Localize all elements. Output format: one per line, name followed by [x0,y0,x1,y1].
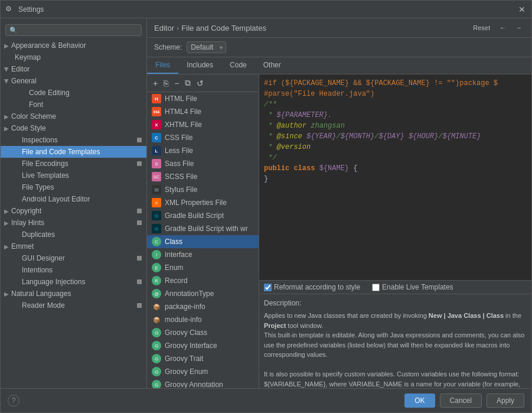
reformat-checkbox[interactable] [264,284,272,291]
sidebar-item-copyright[interactable]: ▶ Copyright [1,205,146,217]
template-icon: G [152,380,161,388]
footer: ? OK Cancel Apply [1,388,531,412]
list-item[interactable]: GGroovy Class [147,326,259,339]
copy-template-button[interactable]: ⎘ [161,77,171,89]
template-list-content: HHTML FileH4HTML4 FileXXHTML FileCCSS Fi… [147,92,259,388]
sidebar-item-general[interactable]: ▶ General [1,75,146,87]
sidebar-item-intentions[interactable]: Intentions [1,264,146,276]
back-button[interactable]: ← [497,23,508,32]
sidebar-item-file-types[interactable]: File Types [1,181,146,193]
list-item[interactable]: H4HTML4 File [147,105,259,118]
list-item[interactable]: HHTML File [147,92,259,105]
live-templates-checkbox[interactable] [372,284,380,291]
template-icon: L [152,146,161,155]
forward-button[interactable]: → [513,23,524,32]
list-item[interactable]: GGroovy Annotation [147,378,259,388]
sidebar-item-font[interactable]: Font [1,99,146,110]
badge-icon [137,209,142,213]
list-item[interactable]: StStylus File [147,183,259,196]
list-item[interactable]: GGroovy Interface [147,339,259,352]
sidebar-item-file-encodings[interactable]: File Encodings [1,158,146,170]
sidebar-item-android-layout[interactable]: Android Layout Editor [1,193,146,205]
list-item[interactable]: SCSCSS File [147,170,259,183]
tab-includes[interactable]: Includes [178,57,221,74]
template-icon: H [152,94,161,103]
list-item[interactable]: CClass [147,235,259,248]
badge-icon [137,256,142,261]
sidebar-item-code-style[interactable]: ▶ Code Style [1,122,146,134]
list-item[interactable]: 📦module-info [147,313,259,326]
list-item[interactable]: CCSS File [147,131,259,144]
list-item[interactable]: LLess File [147,144,259,157]
arrow-icon: ▶ [4,125,9,132]
sidebar-item-emmet[interactable]: ▶ Emmet [1,240,146,252]
scheme-select[interactable]: Default [187,41,226,53]
title-bar: ⚙ Settings ✕ [1,1,531,18]
code-line: * ${PARAMETER}. [264,110,527,121]
sidebar-item-editor[interactable]: ▶ Editor [1,63,146,75]
reset-button[interactable]: Reset [471,23,492,32]
code-editor[interactable]: #if (${PACKAGE_NAME} && ${PACKAGE_NAME} … [259,74,531,280]
template-icon: G [152,224,161,233]
sidebar-item-label: Editor [11,65,142,73]
breadcrumb-parent: Editor [154,24,174,32]
sidebar-item-inspections[interactable]: Inspections [1,134,146,146]
list-item[interactable]: SSass File [147,157,259,170]
list-item[interactable]: RRecord [147,274,259,287]
list-item[interactable]: XXML Properties File [147,196,259,209]
sidebar-item-appearance[interactable]: ▶ Appearance & Behavior [1,40,146,51]
sidebar-item-label: Color Scheme [11,112,142,121]
sidebar-item-label: GUI Designer [22,254,135,262]
sidebar-item-file-code-templates[interactable]: File and Code Templates [1,146,146,158]
sidebar-item-live-templates[interactable]: Live Templates [1,170,146,181]
description-area: Description: Applies to new Java classes… [259,294,531,388]
arrow-icon: ▶ [4,79,10,83]
list-item[interactable]: @AnnotationType [147,287,259,300]
sidebar-item-gui-designer[interactable]: GUI Designer [1,252,146,264]
live-templates-checkbox-wrap[interactable]: Enable Live Templates [372,283,453,291]
list-item[interactable]: XXHTML File [147,118,259,131]
sidebar-item-label: Intentions [22,266,142,274]
sidebar-item-code-editing[interactable]: Code Editing [1,87,146,99]
add-template-button[interactable]: + [151,77,160,89]
template-icon: E [152,263,161,272]
code-line: /** [264,99,527,110]
ok-button[interactable]: OK [404,394,435,408]
apply-button[interactable]: Apply [487,394,524,408]
list-item[interactable]: 📦package-info [147,300,259,313]
list-item[interactable]: GGradle Build Script with wr [147,222,259,235]
code-line: * @since ${YEAR}/${MONTH}/${DAY} ${HOUR}… [264,131,527,142]
list-item[interactable]: GGroovy Trait [147,352,259,365]
sidebar-item-natural-languages[interactable]: ▶ Natural Languages [1,288,146,300]
template-label: Class [165,238,182,246]
sidebar-item-color-scheme[interactable]: ▶ Color Scheme [1,110,146,122]
duplicate-template-button[interactable]: ⧉ [182,77,193,89]
template-toolbar: + ⎘ − ⧉ ↺ [147,74,259,92]
list-item[interactable]: IInterface [147,248,259,261]
template-icon: St [152,185,161,194]
reset-template-button[interactable]: ↺ [194,77,206,89]
list-item[interactable]: GGroovy Enum [147,365,259,378]
help-button[interactable]: ? [8,395,19,407]
sidebar-item-duplicates[interactable]: Duplicates [1,229,146,240]
tab-files[interactable]: Files [147,57,178,74]
template-icon: C [152,237,161,246]
tab-other[interactable]: Other [255,57,289,74]
sidebar-item-keymap[interactable]: Keymap [1,51,146,63]
sidebar-item-lang-injections[interactable]: Language Injections [1,276,146,288]
search-input[interactable] [20,26,138,34]
sidebar-item-inlay-hints[interactable]: ▶ Inlay Hints [1,217,146,229]
template-label: package-info [165,303,205,311]
tab-code[interactable]: Code [221,57,255,74]
search-box[interactable]: 🔍 [5,24,142,36]
sidebar-item-reader-mode[interactable]: Reader Mode [1,300,146,311]
reformat-checkbox-wrap[interactable]: Reformat according to style [264,283,360,291]
close-button[interactable]: ✕ [517,5,527,14]
template-icon: R [152,276,161,285]
remove-template-button[interactable]: − [172,77,181,89]
cancel-button[interactable]: Cancel [440,394,482,408]
list-item[interactable]: EEnum [147,261,259,274]
live-templates-label: Enable Live Templates [382,283,453,291]
list-item[interactable]: GGradle Build Script [147,209,259,222]
breadcrumb-separator: › [177,24,179,32]
